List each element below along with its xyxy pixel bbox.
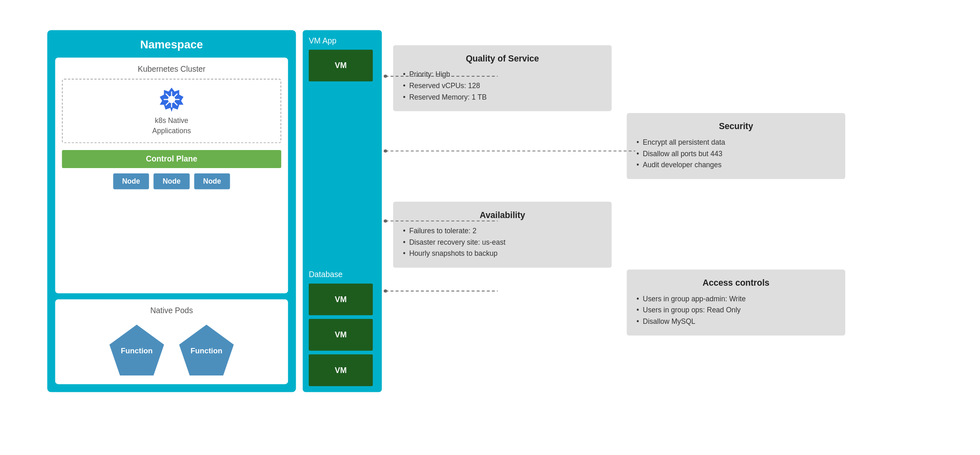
access-item-1: •Users in group app-admin: Write <box>636 293 835 305</box>
pods-row: Function Function <box>62 323 281 377</box>
qos-title: Quality of Service <box>403 53 602 64</box>
security-item-1: •Encrypt all persistent data <box>636 137 835 148</box>
qos-item-2: •Reserved vCPUs: 128 <box>403 80 602 92</box>
svg-point-13 <box>383 75 387 78</box>
svg-point-17 <box>383 289 387 293</box>
nodes-row: Node Node Node <box>62 173 281 189</box>
vm-db-box-2: VM <box>308 319 372 350</box>
node-1: Node <box>113 173 149 189</box>
k8s-cluster-box: Kubernetes Cluster <box>55 58 288 293</box>
vm-db-box-3: VM <box>308 355 372 386</box>
qos-item-1: •Priority: High <box>403 69 602 80</box>
function-pod-1: Function <box>107 323 166 377</box>
native-pods-box: Native Pods Function Function <box>55 299 288 384</box>
k8s-label: Kubernetes Cluster <box>62 64 281 73</box>
database-section: Database VM VM VM <box>308 270 376 386</box>
function-pod-2: Function <box>177 323 235 377</box>
function-label-1: Function <box>121 346 153 355</box>
svg-point-19 <box>383 149 387 152</box>
svg-point-15 <box>383 219 387 223</box>
k8s-icon <box>158 86 184 112</box>
native-pods-label: Native Pods <box>62 306 281 315</box>
access-item-2: •Users in group ops: Read Only <box>636 305 835 316</box>
node-3: Node <box>194 173 230 189</box>
node-2: Node <box>154 173 190 189</box>
security-title: Security <box>636 121 835 132</box>
access-title: Access controls <box>636 278 835 288</box>
avail-item-2: •Disaster recovery site: us-east <box>403 237 602 248</box>
security-panel: Security •Encrypt all persistent data •D… <box>627 113 845 179</box>
k8s-app-label: k8s Native Applications <box>152 116 190 136</box>
function-label-2: Function <box>190 346 222 355</box>
avail-item-1: •Failures to tolerate: 2 <box>403 225 602 237</box>
qos-item-3: •Reserved Memory: 1 TB <box>403 91 602 103</box>
qos-panel: Quality of Service •Priority: High •Rese… <box>393 45 611 111</box>
vm-app-label: VM App <box>308 36 336 45</box>
access-controls-panel: Access controls •Users in group app-admi… <box>627 270 845 336</box>
k8s-inner-box: k8s Native Applications <box>62 79 281 143</box>
availability-title: Availability <box>403 210 602 220</box>
avail-item-3: •Hourly snapshots to backup <box>403 248 602 259</box>
vm-db-box-1: VM <box>308 284 372 315</box>
control-plane: Control Plane <box>62 150 281 168</box>
access-item-3: •Disallow MySQL <box>636 316 835 328</box>
security-item-3: •Audit developer changes <box>636 159 835 171</box>
namespace-label: Namespace <box>55 38 288 51</box>
database-label: Database <box>308 270 342 279</box>
availability-panel: Availability •Failures to tolerate: 2 •D… <box>393 202 611 268</box>
vm-app-box-1: VM <box>308 50 372 81</box>
namespace-box: Namespace Kubernetes Cluster <box>47 30 296 392</box>
vm-columns-area: VM App VM Database VM VM VM <box>303 30 382 392</box>
security-item-2: •Disallow all ports but 443 <box>636 148 835 159</box>
vm-app-section: VM App VM <box>308 36 376 81</box>
